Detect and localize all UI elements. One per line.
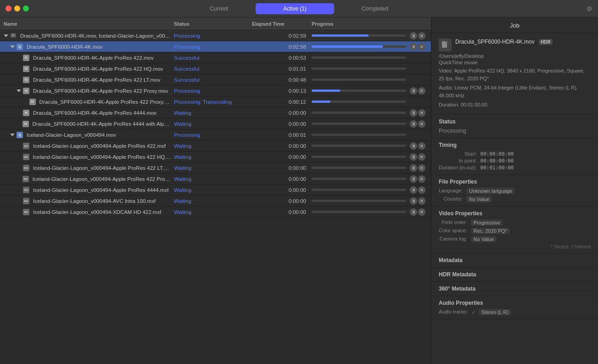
job-row-group1[interactable]: Dracula_SPF6000-HDR-4K.mov, Iceland-Glac… [0,30,431,41]
pause-button-mxf7[interactable]: ⏸ [410,208,417,216]
row-name-mxf7: MXIceland-Glacier-Lagoon_v000494-XDCAM H… [2,209,172,215]
stop-button-mxf2[interactable]: ✕ [418,153,425,161]
elapsed-file2: 0:00:01 [250,132,310,138]
pause-button-mxf4[interactable]: ⏸ [410,175,417,183]
pause-button-out4[interactable]: ⏸ [410,87,417,95]
job-row-mxf6[interactable]: MXIceland-Glacier-Lagoon_v000494-AVC Int… [0,196,431,207]
status-mxf2: Waiting [172,154,250,160]
pause-button-mxf6[interactable]: ⏸ [410,197,417,205]
mov-icon: M [23,77,29,83]
pause-button-file1[interactable]: ⏸ [410,43,417,50]
job-row-mxf5[interactable]: MXIceland-Glacier-Lagoon_v000494-Apple P… [0,185,431,196]
progress-bar-out4 [312,90,340,92]
name-text-out6: Dracula_SPF6000-HDR-4K-Apple ProRes 4444… [33,121,173,127]
job-row-out4sub[interactable]: MDracula_SPF6000-HDR-4K-Apple ProRes 422… [0,96,431,107]
job-row-mxf1[interactable]: MXIceland-Glacier-Lagoon_v000494-Apple P… [0,140,431,151]
mxf-icon: MX [23,209,29,215]
pause-button-mxf5[interactable]: ⏸ [410,186,417,194]
pause-button-group1[interactable]: ⏸ [410,32,417,39]
svg-rect-2 [11,35,14,36]
row-name-out2: MDracula_SPF6000-HDR-4K-Apple ProRes 422… [2,66,172,72]
pause-button-mxf2[interactable]: ⏸ [410,153,417,161]
mxf-icon: MX [23,165,29,171]
progress-bar-container-mxf3 [312,167,406,169]
progress-cell-out3 [310,78,406,81]
file-props-grid: Language: Unknown language Country: No V… [439,188,591,202]
stop-button-mxf6[interactable]: ✕ [418,197,425,205]
status-mxf1: Waiting [172,143,250,149]
country-label: Country: [439,196,463,202]
stop-button-mxf4[interactable]: ✕ [418,175,425,183]
progress-bar-container-out4 [312,90,406,92]
status-section: Status Processing [431,115,598,138]
name-text-file1: Dracula_SPF6000-HDR-4K.mov [27,44,103,50]
job-row-mxf4[interactable]: MXIceland-Glacier-Lagoon_v000494-Apple P… [0,174,431,185]
job-row-out5[interactable]: MDracula_SPF6000-HDR-4K-Apple ProRes 444… [0,107,431,118]
stop-button-out6[interactable]: ✕ [418,120,425,128]
mxf-icon: MX [23,154,29,160]
job-row-mxf3[interactable]: MXIceland-Glacier-Lagoon_v000494-Apple P… [0,162,431,174]
cameralog-label: Camera log: [439,236,467,242]
job-row-out2[interactable]: MDracula_SPF6000-HDR-4K-Apple ProRes 422… [0,63,431,74]
pause-button-mxf1[interactable]: ⏸ [410,142,417,150]
pause-button-out5[interactable]: ⏸ [410,109,417,117]
job-row-file1[interactable]: QDracula_SPF6000-HDR-4K.movProcessing0:0… [0,41,431,52]
job-row-out6[interactable]: MDracula_SPF6000-HDR-4K-Apple ProRes 444… [0,118,431,129]
svg-rect-1 [11,34,15,35]
stop-button-mxf5[interactable]: ✕ [418,186,425,194]
job-row-file2[interactable]: QIceland-Glacier-Lagoon_v000494.movProce… [0,129,431,140]
job-row-out3[interactable]: MDracula_SPF6000-HDR-4K-Apple ProRes 422… [0,74,431,85]
row-name-mxf6: MXIceland-Glacier-Lagoon_v000494-AVC Int… [2,198,172,204]
status-mxf4: Waiting [172,176,250,182]
job-filename: Dracula_SPF6000-HDR-4K.mov HDR [455,39,591,45]
mxf-icon: MX [23,187,29,193]
row-name-mxf1: MXIceland-Glacier-Lagoon_v000494-Apple P… [2,143,172,149]
mov-icon: M [23,66,29,72]
progress-bar-container-mxf4 [312,178,406,180]
stop-button-mxf7[interactable]: ✕ [418,208,425,216]
threesixty-metadata-title[interactable]: 360° Metadata [439,286,591,292]
job-row-out4[interactable]: MDracula_SPF6000-HDR-4K-Apple ProRes 422… [0,85,431,96]
progress-cell-file2 [310,134,406,136]
mxf-icon: MX [23,198,29,204]
stop-button-out5[interactable]: ✕ [418,109,425,117]
progress-bar-container-out5 [312,112,406,114]
tab-current[interactable]: Current [182,3,256,14]
progress-cell-out4sub [310,101,406,103]
name-text-mxf2: Iceland-Glacier-Lagoon_v000494-Apple Pro… [33,154,172,160]
stop-button-mxf3[interactable]: ✕ [418,164,425,172]
stop-button-mxf1[interactable]: ✕ [418,142,425,150]
toggle-icon-file2[interactable] [10,134,15,136]
toolbar-icon[interactable]: ⚙ [587,5,592,12]
pause-button-mxf3[interactable]: ⏸ [410,164,417,172]
actions-out6: ⏸✕ [406,120,429,128]
job-row-mxf7[interactable]: MXIceland-Glacier-Lagoon_v000494-XDCAM H… [0,207,431,218]
tab-active[interactable]: Active (1) [256,3,334,14]
toggle-icon-group1[interactable] [4,34,8,37]
progress-cell-out6 [310,123,406,125]
minimize-button[interactable] [14,6,20,11]
job-row-out1[interactable]: MDracula_SPF6000-HDR-4K-Apple ProRes 422… [0,52,431,63]
job-row-mxf2[interactable]: MXIceland-Glacier-Lagoon_v000494-Apple P… [0,151,431,162]
pause-button-out6[interactable]: ⏸ [410,120,417,128]
toggle-icon-out4[interactable] [17,90,21,92]
maximize-button[interactable] [23,6,29,11]
stop-button-group1[interactable]: ✕ [418,32,425,39]
status-out4: Processing [172,88,250,94]
fieldorder-pill: Progressive [471,219,503,226]
toggle-icon-file1[interactable] [10,45,15,48]
stop-button-out4[interactable]: ✕ [418,87,425,95]
stop-button-file1[interactable]: ✕ [418,43,425,50]
row-name-out4: MDracula_SPF6000-HDR-4K-Apple ProRes 422… [2,88,172,94]
status-mxf6: Waiting [172,198,250,204]
close-button[interactable] [6,6,11,11]
col-elapsed: Elapsed Time [250,21,310,27]
hdr-metadata-title[interactable]: HDR Metadata [439,271,591,278]
job-audio-meta: Audio: Linear PCM, 24-bit Integer (Littl… [439,84,591,99]
audio-tracks-value: ✓ Stereo (L R) [472,309,591,315]
inpoint-label: In point: [439,158,477,164]
progress-bar-container-file2 [312,134,406,136]
metadata-title[interactable]: Metadata [439,257,591,263]
progress-cell-out2 [310,67,406,70]
tab-completed[interactable]: Completed [334,3,416,14]
